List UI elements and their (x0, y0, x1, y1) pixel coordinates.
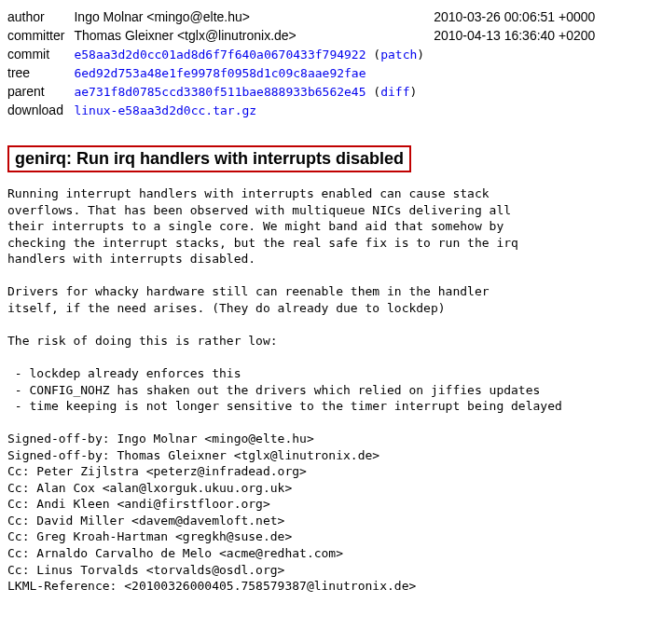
parent-hash-link[interactable]: ae731f8d0785ccd3380f511bae888933b6562e45 (74, 85, 365, 99)
tree-value-cell: 6ed92d753a48e1fe9978f0958d1c09c8aae92fae (74, 63, 434, 82)
commit-title: genirq: Run irq handlers with interrupts… (7, 145, 411, 172)
close-paren: ) (417, 48, 424, 62)
parent-label: parent (7, 82, 74, 101)
download-label: download (7, 101, 74, 119)
download-file-link[interactable]: linux-e58aa3d2d0cc.tar.gz (74, 103, 256, 117)
close-paren-2: ) (410, 85, 418, 99)
parent-value-cell: ae731f8d0785ccd3380f511bae888933b6562e45… (74, 82, 434, 101)
patch-link[interactable]: patch (380, 48, 417, 62)
commit-row: commit e58aa3d2d0cc01ad8d6f7f640a0670433… (7, 45, 604, 63)
download-row: download linux-e58aa3d2d0cc.tar.gz (7, 101, 604, 119)
parent-row: parent ae731f8d0785ccd3380f511bae888933b… (7, 82, 604, 101)
committer-row: committer Thomas Gleixner <tglx@linutron… (7, 26, 604, 45)
open-paren: ( (366, 48, 381, 62)
commit-hash-link[interactable]: e58aa3d2d0cc01ad8d6f7f640a0670433f794922 (74, 48, 365, 62)
author-row: author Ingo Molnar <mingo@elte.hu> 2010-… (7, 7, 604, 26)
download-value-cell: linux-e58aa3d2d0cc.tar.gz (74, 101, 434, 119)
tree-row: tree 6ed92d753a48e1fe9978f0958d1c09c8aae… (7, 63, 604, 82)
commit-title-wrap: genirq: Run irq handlers with interrupts… (7, 145, 655, 172)
commit-value-cell: e58aa3d2d0cc01ad8d6f7f640a0670433f794922… (74, 45, 434, 63)
author-label: author (7, 7, 74, 26)
committer-value: Thomas Gleixner <tglx@linutronix.de> (74, 26, 434, 45)
commit-metadata-table: author Ingo Molnar <mingo@elte.hu> 2010-… (7, 7, 604, 119)
committer-label: committer (7, 26, 74, 45)
commit-body: Running interrupt handlers with interrup… (7, 185, 655, 595)
author-date: 2010-03-26 00:06:51 +0000 (434, 7, 604, 26)
tree-hash-link[interactable]: 6ed92d753a48e1fe9978f0958d1c09c8aae92fae (74, 66, 365, 80)
committer-date: 2010-04-13 16:36:40 +0200 (434, 26, 604, 45)
open-paren-2: ( (366, 85, 381, 99)
tree-label: tree (7, 63, 74, 82)
commit-label: commit (7, 45, 74, 63)
author-value: Ingo Molnar <mingo@elte.hu> (74, 7, 434, 26)
diff-link[interactable]: diff (380, 85, 409, 99)
